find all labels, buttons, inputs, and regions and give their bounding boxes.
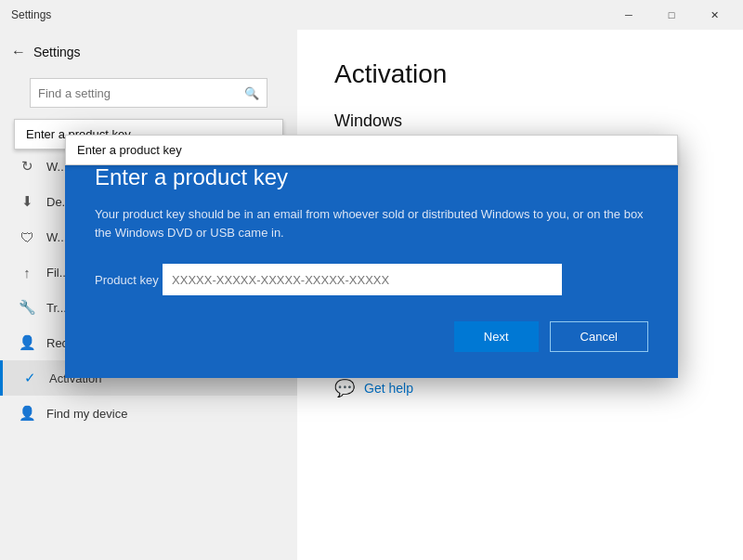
update-icon: ↻ (19, 158, 35, 175)
find-device-icon: 👤 (19, 405, 35, 422)
sidebar-header: Settings (33, 37, 81, 67)
get-help-label: Get help (364, 381, 413, 396)
search-input[interactable] (38, 86, 244, 100)
next-button[interactable]: Next (454, 321, 539, 352)
dialog-description: Your product key should be in an email f… (95, 205, 648, 241)
windows-section: Windows (334, 111, 706, 131)
window-controls: ─ □ ✕ (607, 0, 736, 30)
product-key-label: Product key (95, 273, 159, 287)
page-title: Activation (334, 59, 706, 89)
dialog-title: Enter a product key (95, 164, 648, 190)
file-icon: ↑ (19, 264, 35, 280)
cancel-button[interactable]: Cancel (550, 321, 648, 352)
window-title: Settings (11, 8, 51, 21)
shield-icon: 🛡 (19, 228, 35, 245)
back-icon[interactable]: ← (11, 44, 26, 60)
recovery-icon: 👤 (19, 334, 35, 351)
chat-icon: 💬 (334, 378, 355, 398)
sidebar-item-label: Find my device (46, 407, 127, 421)
close-button[interactable]: ✕ (693, 0, 736, 30)
activation-icon: ✓ (21, 370, 38, 386)
dialog-tooltip-title-text: Enter a product key (77, 143, 182, 157)
get-help-link[interactable]: 💬 Get help (334, 378, 706, 398)
search-box: 🔍 (30, 78, 267, 108)
dialog-tooltip-bar: Enter a product key (65, 135, 678, 165)
titlebar: Settings ─ □ ✕ (0, 0, 743, 30)
dialog-buttons: Next Cancel (95, 321, 648, 352)
troubleshoot-icon: 🔧 (19, 299, 35, 316)
product-key-input[interactable] (163, 264, 562, 295)
sidebar-item-find-device[interactable]: 👤 Find my device (0, 396, 297, 431)
delivery-icon: ⬇ (19, 193, 35, 210)
maximize-button[interactable]: □ (650, 0, 693, 30)
product-key-dialog: Enter a product key Your product key sho… (65, 135, 678, 378)
minimize-button[interactable]: ─ (607, 0, 650, 30)
sidebar-item-label: Tr... (46, 301, 67, 315)
search-icon: 🔍 (244, 86, 259, 100)
